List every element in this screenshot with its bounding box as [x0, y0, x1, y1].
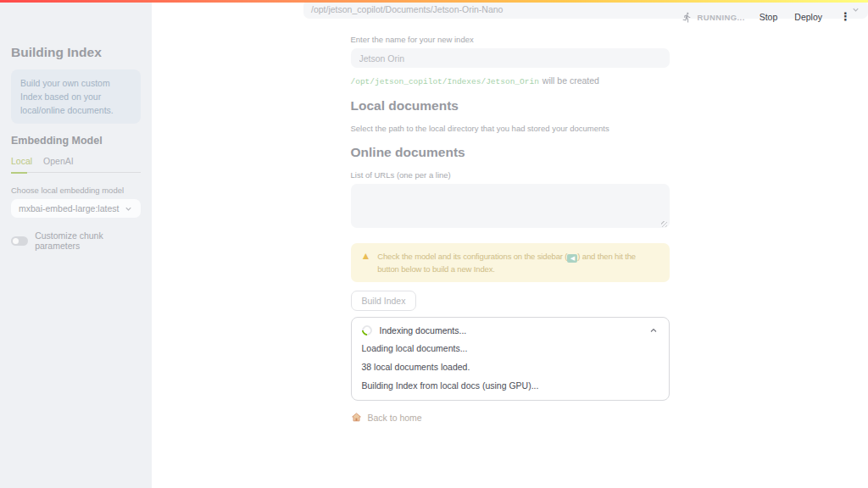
chevron-down-icon — [124, 204, 133, 214]
main-content: Enter the name for your new index /opt/j… — [152, 0, 868, 488]
online-documents-heading: Online documents — [351, 144, 670, 160]
running-label: RUNNING... — [697, 13, 744, 22]
tab-local[interactable]: Local — [11, 156, 32, 166]
embedding-model-select[interactable]: mxbai-embed-large:latest — [11, 199, 141, 218]
sidebar-title: Building Index — [11, 45, 141, 60]
script-run-status: RUNNING... — [682, 12, 744, 23]
status-header[interactable]: Indexing documents... — [362, 325, 659, 336]
spinner-icon — [359, 324, 374, 338]
build-index-button[interactable]: Build Index — [351, 291, 417, 311]
chevron-up-icon[interactable] — [648, 325, 659, 336]
chunk-params-toggle[interactable]: Customize chunk parameters — [11, 230, 141, 251]
embedding-model-heading: Embedding Model — [11, 135, 141, 147]
urls-label: List of URLs (one per a line) — [351, 170, 670, 180]
stop-button[interactable]: Stop — [757, 10, 781, 24]
warning-alert: ▲ Check the model and its configurations… — [351, 243, 670, 282]
status-line: Loading local documents... — [362, 343, 659, 354]
back-to-home-link[interactable]: Back to home — [351, 412, 422, 423]
path-note: /opt/jetson_copilot/Indexes/Jetson_Orinw… — [351, 75, 670, 86]
local-documents-heading: Local documents — [351, 97, 670, 114]
app-header: RUNNING... Stop Deploy ⋮ — [682, 3, 868, 31]
back-to-home-label: Back to home — [368, 413, 422, 423]
toggle-track[interactable] — [11, 236, 28, 246]
status-line: Building Index from local docs (using GP… — [362, 380, 659, 391]
status-expander: Indexing documents... Loading local docu… — [351, 317, 670, 401]
urls-textarea-wrap — [351, 184, 670, 231]
path-note-suffix: will be created — [542, 75, 599, 86]
urls-textarea[interactable] — [351, 184, 670, 228]
toggle-label: Customize chunk parameters — [35, 230, 141, 251]
decoration-bar — [0, 0, 868, 3]
embedding-model-value: mxbai-embed-large:latest — [19, 203, 119, 214]
status-title: Indexing documents... — [380, 325, 467, 336]
info-box: Build your own custom Index based on you… — [11, 69, 141, 124]
tab-openai[interactable]: OpenAI — [43, 156, 74, 166]
embedding-tabs: Local OpenAI — [11, 156, 141, 173]
deploy-button[interactable]: Deploy — [792, 10, 825, 24]
sidebar-expand-icon: ◀ — [567, 254, 577, 263]
status-line: 38 local documents loaded. — [362, 362, 659, 373]
local-path-label: Select the path to the local directory t… — [351, 124, 670, 133]
app-window: RUNNING... Stop Deploy ⋮ Building Index … — [0, 0, 868, 488]
sidebar: Building Index Build your own custom Ind… — [0, 0, 152, 488]
home-icon — [351, 412, 362, 423]
local-path-value: /opt/jetson_copilot/Documents/Jetson-Ori… — [311, 4, 503, 14]
active-tab-indicator — [11, 172, 27, 174]
index-name-input[interactable] — [351, 48, 670, 68]
warning-text: Check the model and its configurations o… — [377, 250, 659, 275]
index-name-label: Enter the name for your new index — [351, 35, 670, 44]
running-man-icon — [682, 12, 693, 23]
model-select-label: Choose local embedding model — [11, 186, 141, 195]
warning-icon: ▲ — [361, 250, 371, 275]
index-path-code: /opt/jetson_copilot/Indexes/Jetson_Orin — [351, 77, 539, 86]
toggle-knob — [13, 238, 19, 244]
kebab-menu-icon[interactable]: ⋮ — [837, 11, 854, 23]
